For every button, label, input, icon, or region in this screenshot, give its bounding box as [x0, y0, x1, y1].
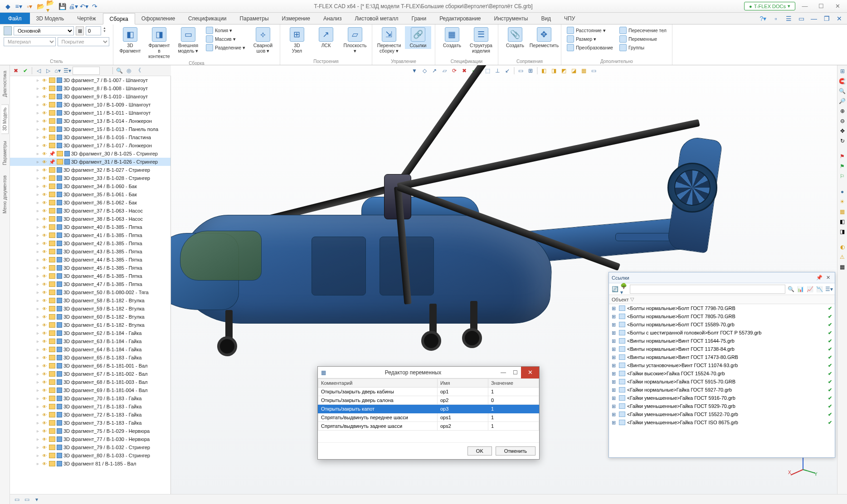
mdi-close[interactable]: ✕ — [834, 14, 844, 24]
tree-row[interactable]: ▹👁3D фрагмент_66 / В-1-181-001 - Вал — [10, 362, 170, 370]
tab-3D Модель[interactable]: 3D Модель — [30, 13, 71, 24]
rs-redflag[interactable]: ⚑ — [838, 152, 847, 160]
tree-row[interactable]: ▹👁3D фрагмент_77 / В-1-030 - Нервюра — [10, 435, 170, 443]
ribbon-btn[interactable]: ▦Создать — [439, 26, 465, 49]
vt-sel[interactable]: ▭ — [589, 66, 598, 75]
links-tb-list[interactable]: ☰▾ — [825, 285, 833, 293]
tree-row[interactable]: ▹👁3D фрагмент_67 / В-1-181-002 - Вал — [10, 370, 170, 378]
rect-icon[interactable]: ▭ — [796, 14, 806, 24]
tree-row[interactable]: ▹👁3D фрагмент_73 / В-1-183 - Гайка — [10, 419, 170, 427]
ribbon-btn[interactable]: ▭Внешняямодель ▾ — [175, 26, 201, 54]
vt-lcs2[interactable]: ⊥ — [493, 66, 502, 75]
model-tree[interactable]: ▹👁3D фрагмент_7 / В-1-007 - Шпангоут▹👁3D… — [10, 76, 171, 494]
tree-row[interactable]: ▹👁3D фрагмент_44 / В-1-385 - Пятка — [10, 256, 170, 264]
link-row[interactable]: ⊞<Болты нормальные>Болт ГОСТ 7798-70.GRB… — [609, 304, 835, 312]
ribbon-btn[interactable]: ✥Переместить — [531, 26, 557, 49]
tree-row[interactable]: ▹👁3D фрагмент_37 / В-1-063 - Насос — [10, 207, 170, 215]
tree-row[interactable]: ▹👁3D фрагмент_38 / В-1-063 - Насос — [10, 215, 170, 223]
vt-x[interactable]: ✖ — [460, 66, 469, 75]
tree-row[interactable]: ▹👁3D фрагмент_10 / В-1-009 - Шпангоут — [10, 101, 170, 109]
links-tb-3[interactable]: 📉 — [815, 285, 823, 293]
links-search[interactable] — [630, 285, 785, 294]
tree-row[interactable]: ▹👁3D фрагмент_46 / В-1-385 - Пятка — [10, 272, 170, 280]
tree-row[interactable]: ▹👁3D фрагмент_47 / В-1-385 - Пятка — [10, 280, 170, 288]
tab-Листовой металл[interactable]: Листовой металл — [348, 13, 405, 24]
tab-Оформление[interactable]: Оформление — [135, 13, 182, 24]
qat-print[interactable]: 🖨▾ — [68, 1, 78, 11]
vt-lcs3[interactable]: ↙ — [503, 66, 512, 75]
doc-icon[interactable]: ▫ — [771, 14, 781, 24]
links-pin-icon[interactable]: 📌 — [814, 275, 824, 281]
ribbon-smallbtn[interactable]: Массив ▾ — [204, 35, 247, 43]
rs-greenflag2[interactable]: ⚐ — [838, 172, 847, 180]
tree-row[interactable]: ▹👁3D фрагмент_7 / В-1-007 - Шпангоут — [10, 76, 170, 84]
link-row[interactable]: ⊞<Гайки высокие>Гайка ГОСТ 15524-70.grb✔ — [609, 369, 835, 378]
tree-tb-target[interactable]: ◎ — [125, 67, 133, 75]
tab-Сборка[interactable]: Сборка — [103, 13, 135, 24]
links-tb-1[interactable]: 📊 — [796, 285, 804, 293]
tree-row[interactable]: ▹👁3D фрагмент_16 / В-1-016 - Пластина — [10, 133, 170, 141]
ribbon-smallbtn[interactable]: Переменные — [618, 35, 668, 43]
close-button[interactable]: ✕ — [831, 1, 844, 11]
tree-row[interactable]: ▹👁3D фрагмент_11 / В-1-011 - Шпангоут — [10, 109, 170, 117]
var-row[interactable]: Открыть/закрыть дверь салонаop20 — [318, 396, 539, 405]
qat-undo[interactable]: ↶▾ — [79, 1, 89, 11]
maximize-button[interactable]: ☐ — [814, 1, 828, 11]
tree-tb-search[interactable]: 🔍 — [115, 67, 123, 75]
tree-row[interactable]: ▹👁3D фрагмент_50 / В-1-080-002 - Тяга — [10, 288, 170, 296]
var-minimize[interactable]: — — [497, 369, 509, 376]
tree-row[interactable]: ▹👁3D фрагмент_72 / В-1-183 - Гайка — [10, 411, 170, 419]
link-row[interactable]: ⊞<Гайки уменьшенные>Гайка ГОСТ 5916-70.g… — [609, 394, 835, 402]
rs-fit[interactable]: 🔎 — [838, 97, 847, 105]
link-row[interactable]: ⊞<Винты нормальные>Винт ГОСТ 11738-84.gr… — [609, 345, 835, 353]
help-icon[interactable]: ?▾ — [758, 14, 768, 24]
rs-pan[interactable]: ✥ — [838, 127, 847, 135]
rs-zoom-out[interactable]: ⊖ — [838, 117, 847, 125]
tree-row[interactable]: ▹👁3D фрагмент_61 / В-1-182 - Втулка — [10, 321, 170, 329]
rs-cube[interactable]: ▦ — [838, 263, 847, 271]
ribbon-btn[interactable]: ↗ЛСК — [313, 26, 339, 49]
tree-row[interactable]: ▹👁3D фрагмент_60 / В-1-182 - Втулка — [10, 313, 170, 321]
ribbon-btn[interactable]: ⟡Сварнойшов ▾ — [250, 26, 276, 54]
ribbon-btn[interactable]: ⊞3DУзел — [284, 26, 310, 54]
vt-refresh[interactable]: ⟳ — [450, 66, 459, 75]
tree-row[interactable]: ▹👁📌3D фрагмент_30 / В-1-025 - Стрингер — [10, 150, 170, 158]
rs-greenflag[interactable]: ⚑ — [838, 162, 847, 170]
var-titlebar[interactable]: ▦ Редактор переменных — ☐ ✕ — [318, 367, 539, 378]
link-row[interactable]: ⊞<Гайки нормальные>Гайка ГОСТ 5915-70.GR… — [609, 378, 835, 386]
tree-row[interactable]: ▹👁3D фрагмент_75 / В-1-029 - Нервюра — [10, 427, 170, 435]
vt-cube4[interactable]: ◪ — [569, 66, 578, 75]
var-close[interactable]: ✕ — [521, 367, 539, 378]
rs-warn[interactable]: ⚠ — [838, 253, 847, 261]
links-header[interactable]: Объект▽ — [609, 295, 835, 304]
style-spin[interactable] — [86, 26, 101, 35]
tree-row[interactable]: ▹👁3D фрагмент_68 / В-1-181-003 - Вал — [10, 378, 170, 386]
var-row[interactable]: Спрятать/выдвинуть заднее шассиops21 — [318, 422, 539, 431]
ribbon-btn[interactable]: ▱Плоскость▾ — [342, 26, 368, 54]
tab-Редактирование[interactable]: Редактирование — [433, 13, 487, 24]
tab-Анализ[interactable]: Анализ — [317, 13, 349, 24]
tab-Грани[interactable]: Грани — [405, 13, 433, 24]
qat-redo[interactable]: ↷ — [90, 1, 100, 11]
style-main-combo[interactable]: Основной — [14, 26, 74, 35]
spine-params[interactable]: Параметры — [1, 138, 8, 168]
qat-dropdown[interactable]: ≡▾ — [14, 1, 24, 11]
rs-box[interactable]: ▦ — [838, 208, 847, 216]
qat-save[interactable]: 💾 — [57, 1, 67, 11]
tree-tb-list[interactable]: ☰▾ — [63, 67, 71, 75]
tree-row[interactable]: ▹👁3D фрагмент_33 / В-1-028 - Стрингер — [10, 174, 170, 182]
tab-Параметры[interactable]: Параметры — [234, 13, 276, 24]
ribbon-btn[interactable]: 🔗Ссылки — [405, 26, 431, 49]
links-tb-2[interactable]: 📈 — [806, 285, 814, 293]
var-maximize[interactable]: ☐ — [509, 369, 521, 376]
rs-grid[interactable]: ⊞ — [838, 67, 847, 75]
tree-row[interactable]: ▹👁3D фрагмент_41 / В-1-385 - Пятка — [10, 231, 170, 239]
tab-ЧПУ[interactable]: ЧПУ — [558, 13, 582, 24]
vt-filter[interactable]: ▼ — [410, 66, 419, 75]
rs-sun[interactable]: ☀ — [838, 198, 847, 206]
tree-row[interactable]: ▹👁3D фрагмент_40 / В-1-385 - Пятка — [10, 223, 170, 231]
qat-open[interactable]: 📂 — [35, 1, 45, 11]
tree-tb-back[interactable]: ◁ — [34, 67, 43, 75]
minimize-button[interactable]: — — [798, 1, 812, 11]
ribbon-smallbtn[interactable]: Расстояние ▾ — [565, 26, 615, 34]
